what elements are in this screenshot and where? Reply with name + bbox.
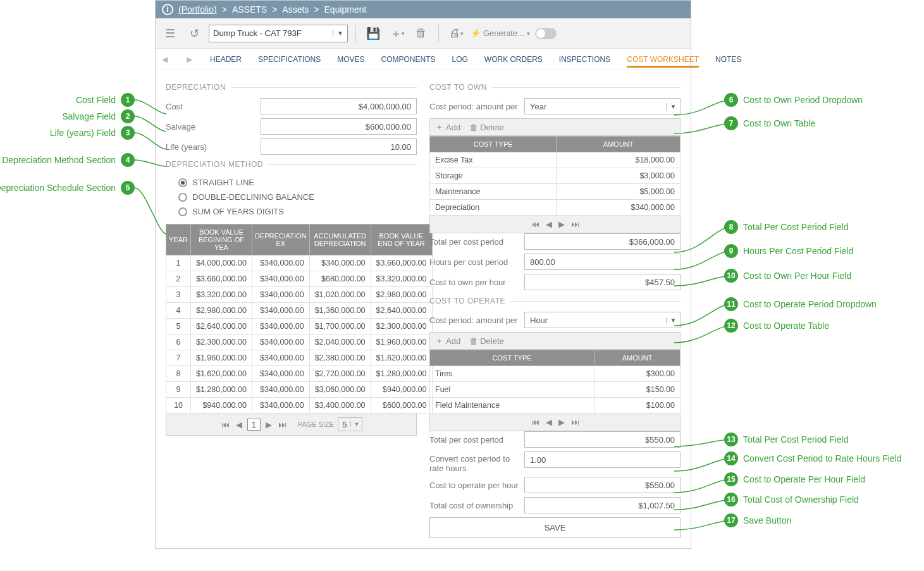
breadcrumb-equipment[interactable]: Equipment [324,4,367,15]
ctop-per-hour-field: Cost to operate per hour $550.00 [429,477,681,493]
last-page-icon[interactable]: ⏭ [277,420,288,429]
ctop-delete-button[interactable]: 🗑Delete [469,336,504,346]
table-row[interactable]: Fuel$150.00 [430,382,681,398]
save-button[interactable]: SAVE [429,517,681,538]
table-row[interactable]: 7$1,960,000.00$340,000.00$2,380,000.00$1… [166,350,433,366]
table-row[interactable]: 2$3,660,000.00$340,000.00$680,000.00$3,3… [166,271,433,287]
table-row[interactable]: 8$1,620,000.00$340,000.00$2,720,000.00$1… [166,366,433,382]
tab-next[interactable]: ▶ [185,55,194,64]
first-page-icon[interactable]: ⏮ [530,219,541,229]
ctop-add-button[interactable]: ＋Add [435,335,460,347]
depreciation-schedule-table: YEARBOOK VALUE BEGINING OF YEADEPRECIATI… [166,224,433,414]
list-icon[interactable]: ☰ [161,24,180,43]
schedule-pager: ⏮ ◀ 1 ▶ ⏭ PAGE SIZE 5 ▼ [166,414,417,436]
tab-log[interactable]: LOG [452,51,468,68]
breadcrumb-assets[interactable]: Assets [282,4,309,15]
chevron-down-icon: ▼ [350,421,362,427]
table-row[interactable]: Maintenance$5,000.00 [430,184,681,200]
next-page-icon[interactable]: ▶ [557,417,566,427]
table-row[interactable]: 9$1,280,000.00$340,000.00$3,060,000.00$9… [166,382,433,398]
print-icon[interactable]: 🖨▾ [447,24,465,43]
radio-icon [178,207,187,216]
last-page-icon[interactable]: ⏭ [570,219,581,229]
table-row[interactable]: Field Maintenance$100.00 [430,398,681,414]
asset-select-value: Dump Truck - CAT 793F [213,28,302,38]
ctop-total-input[interactable]: $550.00 [524,431,681,448]
first-page-icon[interactable]: ⏮ [220,420,231,429]
radio-icon [178,193,187,202]
tab-work-orders[interactable]: WORK ORDERS [484,51,543,68]
cto-per-hour-input[interactable]: $457.50 [524,274,681,290]
tab-notes[interactable]: NOTES [715,51,741,68]
first-page-icon[interactable]: ⏮ [530,417,541,427]
annotation-8: 8Total Per Cost Period Field [724,220,849,234]
table-row[interactable]: Tires$300.00 [430,366,681,382]
ctop-per-hour-input[interactable]: $550.00 [524,477,681,493]
table-header[interactable]: BOOK VALUE BEGINING OF YEA [190,224,252,255]
prev-page-icon[interactable]: ◀ [545,417,553,427]
radio-icon [178,178,187,187]
breadcrumb-portfolio[interactable]: (Portfolio) [178,4,217,15]
tab-cost-worksheet[interactable]: COST WORKSHEET [627,51,699,68]
page-size-select[interactable]: 5 ▼ [338,417,362,431]
toggle-switch[interactable] [535,28,557,39]
annotation-7: 7Cost to Own Table [724,116,815,130]
table-row[interactable]: 5$2,640,000.00$340,000.00$1,700,000.00$2… [166,319,433,335]
table-header[interactable]: BOOK VALUE END OF YEAR [371,224,432,255]
prev-page-icon[interactable]: ◀ [235,420,243,429]
tco-field: Total cost of ownership $1,007.50 [429,497,681,513]
save-icon[interactable]: 💾 [364,24,383,43]
tco-input[interactable]: $1,007.50 [524,497,681,513]
table-header[interactable]: AMOUNT [557,137,681,152]
life-input[interactable]: 10.00 [261,138,417,155]
table-header[interactable]: COST TYPE [430,137,557,152]
delete-icon[interactable]: 🗑 [412,24,431,43]
ctop-convert-input[interactable]: 1.00 [524,451,681,468]
prev-page-icon[interactable]: ◀ [545,219,553,229]
tab-header[interactable]: HEADER [210,51,242,68]
ctop-period-dropdown[interactable]: Hour ▼ [524,312,681,328]
table-row[interactable]: 6$2,300,000.00$340,000.00$2,040,000.00$1… [166,335,433,350]
salvage-input[interactable]: $600,000.00 [261,118,417,135]
last-page-icon[interactable]: ⏭ [570,417,581,427]
cto-add-button[interactable]: ＋Add [435,121,460,133]
depr-method-option[interactable]: STRAIGHT LINE [166,175,417,190]
tab-prev[interactable]: ◀ [161,55,169,64]
tab-inspections[interactable]: INSPECTIONS [559,51,610,68]
tab-moves[interactable]: MOVES [337,51,364,68]
cto-total-input[interactable]: $366,000.00 [524,233,681,250]
next-page-icon[interactable]: ▶ [264,420,273,429]
table-header[interactable]: YEAR [166,224,191,255]
table-header[interactable]: AMOUNT [594,350,681,366]
annotation-6: 6Cost to Own Period Dropdown [724,93,863,107]
cost-input[interactable]: $4,000,000.00 [261,98,417,114]
cto-delete-button[interactable]: 🗑Delete [469,123,504,132]
tab-specifications[interactable]: SPECIFICATIONS [258,51,321,68]
info-icon[interactable]: i [162,4,173,15]
table-row[interactable]: Excise Tax$18,000.00 [430,152,681,168]
table-header[interactable]: COST TYPE [430,350,594,366]
history-icon[interactable]: ↺ [185,24,204,43]
table-row[interactable]: 4$2,980,000.00$340,000.00$1,360,000.00$2… [166,303,433,319]
cto-period-dropdown[interactable]: Year ▼ [524,98,681,114]
tab-components[interactable]: COMPONENTS [381,51,435,68]
generate-button[interactable]: ⚡ Generate... ▾ [471,28,530,38]
table-header[interactable]: ACCUMULATED DEPRECIATION [309,224,371,255]
breadcrumb-assets-root[interactable]: ASSETS [232,4,267,15]
table-row[interactable]: 10$940,000.00$340,000.00$3,400,000.00$60… [166,398,433,414]
table-row[interactable]: Storage$3,000.00 [430,168,681,184]
table-row[interactable]: Depreciation$340,000.00 [430,200,681,216]
table-row[interactable]: 3$3,320,000.00$340,000.00$1,020,000.00$2… [166,287,433,303]
page-number[interactable]: 1 [247,419,261,431]
cto-hours-input[interactable]: 800.00 [524,254,681,270]
next-page-icon[interactable]: ▶ [557,219,566,229]
table-row[interactable]: 1$4,000,000.00$340,000.00$340,000.00$3,6… [166,255,433,271]
table-header[interactable]: DEPRECIATION EX [252,224,309,255]
annotation-10: 10Cost to Own Per Hour Field [724,269,851,283]
depr-method-option[interactable]: DOUBLE-DECLINING BALANCE [166,190,417,204]
depr-method-option[interactable]: SUM OF YEARS DIGITS [166,204,417,219]
asset-select[interactable]: Dump Truck - CAT 793F ▼ [209,25,348,42]
annotation-12: 12Cost to Operate Table [724,319,829,333]
add-icon[interactable]: ＋▾ [388,24,407,43]
annotation-11: 11Cost to Operate Period Dropdown [724,297,877,311]
